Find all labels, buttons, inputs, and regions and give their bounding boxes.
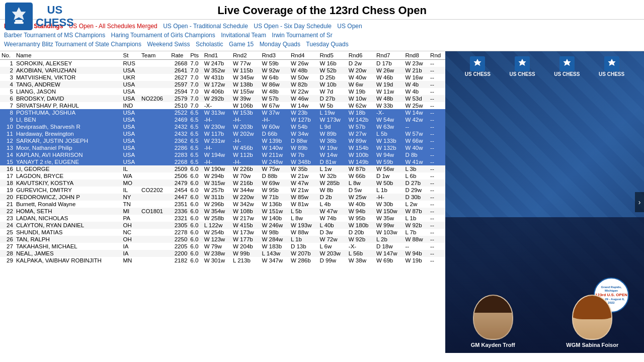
nav-all-schedules[interactable]: US Open - All Schedules Merged — [69, 23, 157, 30]
table-cell: W 32b — [318, 172, 347, 179]
table-row[interactable]: 25SHUNDI, MATIASNC22786.0W 254bW 173wW 9… — [0, 229, 445, 236]
table-row[interactable]: 15YANAYT 2 r/e, EUGENEUSA22686.5-H--H-W … — [0, 158, 445, 165]
commentator-1: GM Kayden Troff — [471, 295, 515, 348]
table-row[interactable]: 23LADAN, NICHOLASPA23216.0W 258bW 217wW … — [0, 215, 445, 222]
table-cell: W 142b — [347, 116, 375, 123]
mini-logo-text-4: US CHESS — [599, 71, 624, 77]
table-row[interactable]: 16LI, GEORGEIL25096.0W 190wW 226bW 75wW … — [0, 165, 445, 172]
col-rnd1: Rnd1 — [203, 51, 231, 60]
table-cell: -H- — [231, 137, 260, 144]
table-cell: 10 — [0, 123, 15, 130]
table-cell: W 258b — [203, 215, 231, 222]
table-cell: -- — [429, 165, 445, 172]
table-row[interactable]: 11Hardaway, BrewingtonUSA24326.5W 117bW … — [0, 130, 445, 137]
table-row[interactable]: 3MATVIISHEN, VIKTORUKR26277.0W 431bW 345… — [0, 74, 445, 81]
player-name-cell: LI, BEN — [15, 116, 122, 123]
table-cell: W 127b — [289, 116, 318, 123]
standings-table-wrapper[interactable]: No. Name St Team Rate Pts Rnd1 Rnd2 Rnd3… — [0, 51, 445, 353]
table-row[interactable]: 4TANG, ANDREWUSA25977.0W 172wW 138bW 86w… — [0, 81, 445, 88]
table-cell: -H- — [231, 158, 260, 165]
table-row[interactable]: 14KAPLAN, AVI HARRISONUSA22836.5W 194wW … — [0, 151, 445, 158]
table-row[interactable]: 28NEAL, JAMESIA22006.0W 238wW 99bL 143wW… — [0, 250, 445, 257]
table-row[interactable]: 27TAKAHASHI, MICHAELIA22056.0W 79wW 204b… — [0, 243, 445, 250]
table-cell: W 7b — [289, 151, 318, 158]
nav-us-open[interactable]: US Open — [337, 23, 362, 30]
nav-barber[interactable]: Barber Tournament of MS Champions — [4, 32, 105, 39]
table-row[interactable]: 22HOMA, SETHMICO180123366.0W 354wW 108bW… — [0, 208, 445, 215]
table-cell: 18 — [0, 179, 15, 187]
table-cell: W 23w — [404, 60, 429, 67]
content-area: No. Name St Team Rate Pts Rnd1 Rnd2 Rnd3… — [0, 51, 644, 353]
table-cell: WA — [122, 172, 140, 179]
table-cell: W 72w — [318, 236, 347, 243]
table-cell: W 203b — [231, 123, 260, 130]
nav-invitational[interactable]: Invitational Team — [221, 32, 266, 39]
table-row[interactable]: 21Burnett, Ronald WayneTN23516.0W 296bW … — [0, 201, 445, 208]
table-row[interactable]: 6BRODSKY, DAVIDUSANO220625797.0W 292bW 3… — [0, 95, 445, 102]
table-cell: W 92w — [261, 67, 289, 74]
commentator-2-face — [572, 295, 612, 340]
table-row[interactable]: 24CLAYTON, RYAN DANIELOH23056.0L 122wW 4… — [0, 222, 445, 229]
table-row[interactable]: 8POSTHUMA, JOSHUAUSA25226.5W 313wW 153bW… — [0, 109, 445, 116]
table-row[interactable]: 1SOROKIN, ALEKSEYRUS26687.0W 247bW 77wW … — [0, 60, 445, 67]
table-cell — [140, 88, 170, 95]
table-cell: W 153b — [231, 109, 260, 116]
table-row[interactable]: 5LIANG, JASONUSA25947.0W 406bW 155wW 48b… — [0, 88, 445, 95]
table-cell: 28 — [0, 250, 15, 257]
table-cell: W 348b — [289, 158, 318, 165]
table-row[interactable]: 17LAGDON, BRYCEWA25066.0W 294bW 70wD 88b… — [0, 172, 445, 179]
nav-scholastic[interactable]: Scholastic — [196, 41, 223, 48]
table-cell: W 285b — [318, 179, 347, 187]
table-cell: 23 — [0, 215, 15, 222]
table-cell: 2469 — [170, 116, 189, 123]
table-cell: L 213b — [231, 257, 260, 264]
table-cell: W 64b — [261, 74, 289, 81]
table-cell: 12 — [0, 137, 15, 144]
table-cell: 19 — [0, 187, 15, 194]
table-cell: W 406b — [203, 88, 231, 95]
table-row[interactable]: 19GUREVICH, DMITRYILCO220224546.0W 257bW… — [0, 187, 445, 194]
nav-monday-quads[interactable]: Monday Quads — [260, 41, 300, 48]
col-rate: Rate — [170, 51, 189, 60]
nav-traditional[interactable]: US Open - Traditional Schedule — [163, 23, 248, 30]
table-cell: L 19w — [318, 109, 347, 116]
nav-weeramantry[interactable]: Weeramantry Blitz Tournament of State Ch… — [4, 41, 141, 48]
table-cell: W 431b — [203, 74, 231, 81]
commentator-1-name: GM Kayden Troff — [471, 342, 515, 348]
table-row[interactable]: 10Deviprasath, Sharvesh RUSA24326.5W 230… — [0, 123, 445, 130]
nav-game15[interactable]: Game 15 — [229, 41, 254, 48]
nav-irwin[interactable]: Irwin Tournament of Sr — [272, 32, 333, 39]
table-row[interactable]: 20FEDOROWICZ, JOHN PNY24476.0W 311bW 220… — [0, 194, 445, 201]
player-name-cell: FEDOROWICZ, JOHN P — [15, 194, 122, 201]
table-cell: 2454 — [170, 187, 189, 194]
table-row[interactable]: 12SARKAR, JUSTIN JOSEPHUSA23626.5W 231w-… — [0, 137, 445, 144]
table-row[interactable]: 9LI, BENUSA24696.5-H--H--H-W 127bW 173wW… — [0, 116, 445, 123]
table-row[interactable]: 26TAN, RALPHOH22506.0W 123wW 177bW 284wL… — [0, 236, 445, 243]
table-cell: W 75w — [261, 165, 289, 172]
table-cell: 7.0 — [189, 95, 202, 102]
col-st: St — [122, 51, 140, 60]
table-row[interactable]: 13Moor, Nathaniel PhilipUSA22866.5-H-W 4… — [0, 144, 445, 151]
table-cell: 6.0 — [189, 194, 202, 201]
table-cell: W 86w — [261, 81, 289, 88]
player-name-cell: KAVUTSKIY, KOSTYA — [15, 179, 122, 187]
table-cell: W 59b — [375, 158, 404, 165]
nav-tuesday-quads[interactable]: Tuesday Quads — [306, 41, 348, 48]
table-row[interactable]: 7SRIVATSHAV P, RAHULIND25107.0-X-W 106bW… — [0, 102, 445, 109]
table-row[interactable]: 18KAVUTSKIY, KOSTYAMO24796.0W 315wW 216b… — [0, 179, 445, 187]
table-cell: L 56b — [347, 250, 375, 257]
nav-six-day[interactable]: US Open - Six Day Schedule — [254, 23, 332, 30]
nav-weekend-swiss[interactable]: Weekend Swiss — [147, 41, 190, 48]
table-cell: 2597 — [170, 81, 189, 88]
side-arrow[interactable]: › — [635, 192, 644, 212]
table-cell: W 53d — [404, 95, 429, 102]
nav-haring[interactable]: Haring Tournament of Girls Champions — [111, 32, 215, 39]
table-cell: UKR — [122, 74, 140, 81]
table-cell — [140, 137, 170, 144]
table-row[interactable]: 29KALPAKA, VAIBHAV ROBINJITHMN21826.0W 3… — [0, 257, 445, 264]
table-cell: W 85w — [289, 194, 318, 201]
table-cell: L 1b — [289, 236, 318, 243]
table-row[interactable]: 2AKOBIAN, VARUZHANUSA26417.0W 352wW 115b… — [0, 67, 445, 74]
table-cell: W 54w — [375, 116, 404, 123]
table-cell: W 50w — [289, 74, 318, 81]
